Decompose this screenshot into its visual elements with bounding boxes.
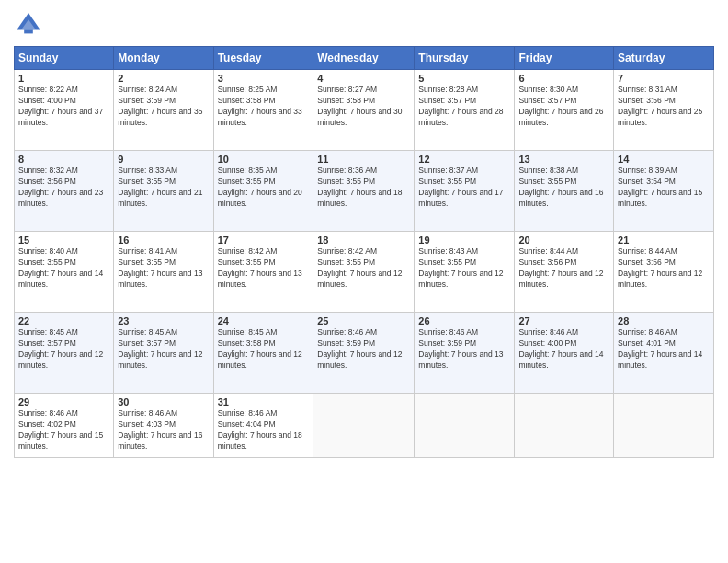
calendar-header-saturday: Saturday <box>614 47 714 70</box>
day-info: Sunrise: 8:37 AMSunset: 3:55 PMDaylight:… <box>418 166 510 210</box>
header <box>14 9 714 39</box>
calendar-cell: 18Sunrise: 8:42 AMSunset: 3:55 PMDayligh… <box>313 232 415 313</box>
day-number: 20 <box>518 235 609 246</box>
day-info: Sunrise: 8:44 AMSunset: 3:56 PMDaylight:… <box>618 247 710 291</box>
day-info: Sunrise: 8:30 AMSunset: 3:57 PMDaylight:… <box>518 85 609 129</box>
day-number: 7 <box>618 73 710 84</box>
calendar-cell: 28Sunrise: 8:46 AMSunset: 4:01 PMDayligh… <box>614 313 714 394</box>
calendar-cell: 8Sunrise: 8:32 AMSunset: 3:56 PMDaylight… <box>15 151 114 232</box>
day-info: Sunrise: 8:22 AMSunset: 4:00 PMDaylight:… <box>18 85 109 129</box>
calendar-cell: 29Sunrise: 8:46 AMSunset: 4:02 PMDayligh… <box>15 394 114 458</box>
calendar-cell: 31Sunrise: 8:46 AMSunset: 4:04 PMDayligh… <box>213 394 313 458</box>
day-info: Sunrise: 8:27 AMSunset: 3:58 PMDaylight:… <box>317 85 410 129</box>
day-number: 6 <box>518 73 609 84</box>
day-info: Sunrise: 8:35 AMSunset: 3:55 PMDaylight:… <box>218 166 310 210</box>
day-info: Sunrise: 8:24 AMSunset: 3:59 PMDaylight:… <box>118 85 209 129</box>
day-info: Sunrise: 8:36 AMSunset: 3:55 PMDaylight:… <box>317 166 410 210</box>
day-number: 17 <box>218 235 310 246</box>
day-info: Sunrise: 8:32 AMSunset: 3:56 PMDaylight:… <box>18 166 109 210</box>
day-number: 11 <box>317 154 410 165</box>
day-number: 10 <box>218 154 310 165</box>
day-info: Sunrise: 8:46 AMSunset: 4:02 PMDaylight:… <box>18 408 109 453</box>
calendar-cell: 12Sunrise: 8:37 AMSunset: 3:55 PMDayligh… <box>415 151 515 232</box>
calendar-header-monday: Monday <box>114 47 213 70</box>
calendar-header-sunday: Sunday <box>15 47 114 70</box>
day-number: 16 <box>118 235 209 246</box>
day-info: Sunrise: 8:46 AMSunset: 3:59 PMDaylight:… <box>418 327 510 372</box>
day-number: 26 <box>418 316 510 327</box>
day-number: 12 <box>418 154 510 165</box>
day-info: Sunrise: 8:45 AMSunset: 3:57 PMDaylight:… <box>18 327 109 372</box>
calendar-cell: 16Sunrise: 8:41 AMSunset: 3:55 PMDayligh… <box>114 232 213 313</box>
day-info: Sunrise: 8:28 AMSunset: 3:57 PMDaylight:… <box>418 85 510 129</box>
calendar-header-wednesday: Wednesday <box>313 47 415 70</box>
calendar-cell: 5Sunrise: 8:28 AMSunset: 3:57 PMDaylight… <box>415 70 515 151</box>
day-info: Sunrise: 8:43 AMSunset: 3:55 PMDaylight:… <box>418 247 510 291</box>
calendar-cell: 26Sunrise: 8:46 AMSunset: 3:59 PMDayligh… <box>415 313 515 394</box>
day-info: Sunrise: 8:38 AMSunset: 3:55 PMDaylight:… <box>518 166 609 210</box>
day-number: 14 <box>618 154 710 165</box>
day-info: Sunrise: 8:25 AMSunset: 3:58 PMDaylight:… <box>218 85 310 129</box>
day-info: Sunrise: 8:46 AMSunset: 4:01 PMDaylight:… <box>618 327 710 372</box>
calendar-header-friday: Friday <box>515 47 614 70</box>
page: SundayMondayTuesdayWednesdayThursdayFrid… <box>0 0 728 563</box>
day-number: 27 <box>518 316 609 327</box>
day-number: 9 <box>118 154 209 165</box>
calendar-cell: 4Sunrise: 8:27 AMSunset: 3:58 PMDaylight… <box>313 70 415 151</box>
calendar-cell: 22Sunrise: 8:45 AMSunset: 3:57 PMDayligh… <box>15 313 114 394</box>
calendar-cell: 2Sunrise: 8:24 AMSunset: 3:59 PMDaylight… <box>114 70 213 151</box>
calendar-cell: 30Sunrise: 8:46 AMSunset: 4:03 PMDayligh… <box>114 394 213 458</box>
calendar-cell: 11Sunrise: 8:36 AMSunset: 3:55 PMDayligh… <box>313 151 415 232</box>
day-info: Sunrise: 8:46 AMSunset: 3:59 PMDaylight:… <box>317 327 410 372</box>
calendar-cell: 23Sunrise: 8:45 AMSunset: 3:57 PMDayligh… <box>114 313 213 394</box>
day-info: Sunrise: 8:33 AMSunset: 3:55 PMDaylight:… <box>118 166 209 210</box>
calendar-header-tuesday: Tuesday <box>213 47 313 70</box>
day-number: 3 <box>218 73 310 84</box>
day-info: Sunrise: 8:46 AMSunset: 4:03 PMDaylight:… <box>118 408 209 453</box>
day-info: Sunrise: 8:31 AMSunset: 3:56 PMDaylight:… <box>618 85 710 129</box>
calendar-cell: 7Sunrise: 8:31 AMSunset: 3:56 PMDaylight… <box>614 70 714 151</box>
day-number: 22 <box>18 316 109 327</box>
day-number: 8 <box>18 154 109 165</box>
calendar-cell: 25Sunrise: 8:46 AMSunset: 3:59 PMDayligh… <box>313 313 415 394</box>
day-number: 1 <box>18 73 109 84</box>
day-info: Sunrise: 8:44 AMSunset: 3:56 PMDaylight:… <box>518 247 609 291</box>
calendar-header-row: SundayMondayTuesdayWednesdayThursdayFrid… <box>15 47 714 70</box>
day-number: 15 <box>18 235 109 246</box>
calendar-cell: 27Sunrise: 8:46 AMSunset: 4:00 PMDayligh… <box>515 313 614 394</box>
day-number: 21 <box>618 235 710 246</box>
calendar-cell <box>614 394 714 458</box>
day-number: 13 <box>518 154 609 165</box>
day-info: Sunrise: 8:41 AMSunset: 3:55 PMDaylight:… <box>118 247 209 291</box>
calendar-table: SundayMondayTuesdayWednesdayThursdayFrid… <box>14 46 714 458</box>
calendar-cell: 13Sunrise: 8:38 AMSunset: 3:55 PMDayligh… <box>515 151 614 232</box>
calendar-cell: 20Sunrise: 8:44 AMSunset: 3:56 PMDayligh… <box>515 232 614 313</box>
svg-rect-2 <box>24 29 33 33</box>
day-number: 23 <box>118 316 209 327</box>
day-info: Sunrise: 8:42 AMSunset: 3:55 PMDaylight:… <box>218 247 310 291</box>
day-info: Sunrise: 8:45 AMSunset: 3:57 PMDaylight:… <box>118 327 209 372</box>
calendar-header-thursday: Thursday <box>415 47 515 70</box>
day-info: Sunrise: 8:39 AMSunset: 3:54 PMDaylight:… <box>618 166 710 210</box>
calendar-cell: 14Sunrise: 8:39 AMSunset: 3:54 PMDayligh… <box>614 151 714 232</box>
calendar-cell: 3Sunrise: 8:25 AMSunset: 3:58 PMDaylight… <box>213 70 313 151</box>
logo-icon <box>14 9 43 39</box>
day-number: 25 <box>317 316 410 327</box>
day-number: 2 <box>118 73 209 84</box>
day-number: 29 <box>18 396 109 408</box>
calendar-cell: 1Sunrise: 8:22 AMSunset: 4:00 PMDaylight… <box>15 70 114 151</box>
calendar-cell <box>415 394 515 458</box>
logo <box>14 9 47 39</box>
day-number: 4 <box>317 73 410 84</box>
day-info: Sunrise: 8:45 AMSunset: 3:58 PMDaylight:… <box>218 327 310 372</box>
calendar-cell: 10Sunrise: 8:35 AMSunset: 3:55 PMDayligh… <box>213 151 313 232</box>
day-number: 18 <box>317 235 410 246</box>
calendar-cell <box>515 394 614 458</box>
calendar-cell: 21Sunrise: 8:44 AMSunset: 3:56 PMDayligh… <box>614 232 714 313</box>
calendar-cell: 17Sunrise: 8:42 AMSunset: 3:55 PMDayligh… <box>213 232 313 313</box>
day-number: 31 <box>218 396 310 408</box>
calendar-cell: 24Sunrise: 8:45 AMSunset: 3:58 PMDayligh… <box>213 313 313 394</box>
calendar-cell: 19Sunrise: 8:43 AMSunset: 3:55 PMDayligh… <box>415 232 515 313</box>
day-info: Sunrise: 8:46 AMSunset: 4:00 PMDaylight:… <box>518 327 609 372</box>
day-info: Sunrise: 8:46 AMSunset: 4:04 PMDaylight:… <box>218 408 310 453</box>
